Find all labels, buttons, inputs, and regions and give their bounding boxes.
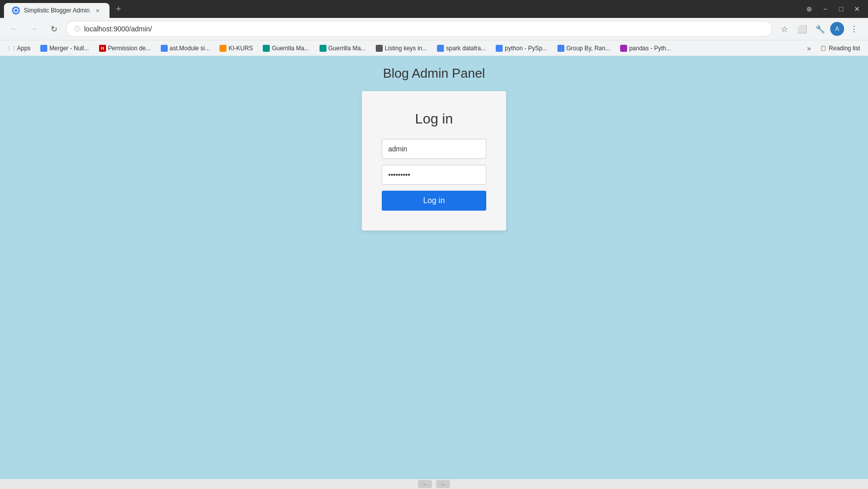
login-button[interactable]: Log in (382, 191, 486, 211)
guerrilla2-favicon (320, 45, 326, 52)
bookmark-label: Guerrilla Ma... (272, 45, 309, 52)
tab-close-button[interactable]: ✕ (94, 6, 102, 14)
reading-list-favicon: 📋 (820, 45, 827, 52)
back-button[interactable]: ← (6, 21, 22, 37)
username-input[interactable] (382, 139, 486, 159)
extensions-icon[interactable]: 🔧 (812, 21, 828, 37)
window-controls: ⊕ − □ ✕ (802, 2, 864, 16)
bookmark-label: python - PySp... (505, 45, 547, 52)
bookmark-reading-list[interactable]: 📋 Reading list (816, 43, 864, 54)
groupby-favicon (557, 45, 564, 52)
maximize-button[interactable]: □ (834, 2, 848, 16)
bookmark-merger[interactable]: Merger - Null... (36, 43, 93, 54)
bottom-bar: ← → (0, 479, 868, 489)
menu-icon[interactable]: ⋮ (846, 21, 862, 37)
tab-strip: Simplistic Blogger Admin ✕ + (4, 0, 125, 18)
bookmark-label: Reading list (829, 45, 860, 52)
python-favicon (496, 45, 503, 52)
login-heading: Log in (382, 111, 486, 127)
bookmark-guerrilla1[interactable]: Guerrilla Ma... (259, 43, 313, 54)
new-tab-button[interactable]: + (111, 2, 125, 16)
login-card: Log in Log in (362, 91, 506, 231)
spark-favicon (437, 45, 444, 52)
page-title: Blog Admin Panel (383, 66, 485, 81)
address-bar[interactable]: ⓘ localhost:9000/admin/ (66, 21, 772, 37)
bookmark-kikurs[interactable]: KI-KURS (216, 43, 257, 54)
permission-favicon: H (99, 45, 106, 52)
title-bar: Simplistic Blogger Admin ✕ + ⊕ − □ ✕ (0, 0, 868, 18)
pandas-favicon (620, 45, 627, 52)
bottom-forward-button[interactable]: → (436, 480, 450, 488)
bookmark-label: pandas - Pyth... (629, 45, 671, 52)
bookmark-pandas[interactable]: pandas - Pyth... (616, 43, 675, 54)
bookmark-label: ast.Module si... (170, 45, 210, 52)
bookmark-label: Permission de... (108, 45, 151, 52)
bookmark-label: Merger - Null... (49, 45, 89, 52)
bookmarks-more-button[interactable]: » (804, 43, 814, 53)
bookmark-label: Guerrilla Ma... (328, 45, 366, 52)
page-content: Blog Admin Panel Log in Log in (0, 56, 868, 484)
bookmark-groupby[interactable]: Group By, Ran... (553, 43, 614, 54)
bookmark-apps[interactable]: ⋮⋮ Apps (4, 43, 34, 54)
nav-right-controls: ☆ ⬜ 🔧 A ⋮ (776, 21, 862, 37)
extension-icon[interactable]: ⊕ (802, 2, 816, 16)
forward-button[interactable]: → (26, 21, 42, 37)
bookmark-python[interactable]: python - PySp... (492, 43, 551, 54)
bookmark-label: Apps (17, 45, 30, 52)
address-text: localhost:9000/admin/ (84, 25, 764, 33)
bookmark-spark[interactable]: spark datafra... (433, 43, 490, 54)
profile-icon[interactable]: A (830, 22, 844, 36)
bookmark-star-icon[interactable]: ☆ (776, 21, 792, 37)
merger-favicon (40, 45, 47, 52)
guerrilla1-favicon (263, 45, 270, 52)
bookmark-label: Group By, Ran... (566, 45, 610, 52)
bookmark-permission[interactable]: H Permission de... (95, 43, 155, 54)
active-tab[interactable]: Simplistic Blogger Admin ✕ (4, 3, 109, 18)
cast-icon[interactable]: ⬜ (794, 21, 810, 37)
lock-icon: ⓘ (74, 25, 80, 33)
bookmark-label: KI-KURS (228, 45, 253, 52)
listing-favicon (376, 45, 383, 52)
browser-chrome: Simplistic Blogger Admin ✕ + ⊕ − □ ✕ ← →… (0, 0, 868, 56)
bookmark-label: spark datafra... (446, 45, 486, 52)
nav-bar: ← → ↻ ⓘ localhost:9000/admin/ ☆ ⬜ 🔧 A ⋮ (0, 18, 868, 40)
kikurs-favicon (219, 45, 226, 52)
bottom-back-button[interactable]: ← (418, 480, 432, 488)
tab-favicon (12, 6, 20, 14)
ast-favicon (161, 45, 168, 52)
bookmarks-bar: ⋮⋮ Apps Merger - Null... H Permission de… (0, 40, 868, 56)
refresh-button[interactable]: ↻ (46, 21, 62, 37)
bookmark-ast[interactable]: ast.Module si... (157, 43, 214, 54)
bookmark-listing[interactable]: Listing keys in... (372, 43, 431, 54)
tab-label: Simplistic Blogger Admin (24, 7, 90, 14)
bookmark-label: Listing keys in... (385, 45, 427, 52)
password-input[interactable] (382, 165, 486, 185)
tab-favicon-inner (13, 8, 18, 13)
close-button[interactable]: ✕ (850, 2, 864, 16)
bookmark-guerrilla2[interactable]: Guerrilla Ma... (316, 43, 370, 54)
apps-favicon: ⋮⋮ (8, 45, 15, 52)
minimize-button[interactable]: − (818, 2, 832, 16)
